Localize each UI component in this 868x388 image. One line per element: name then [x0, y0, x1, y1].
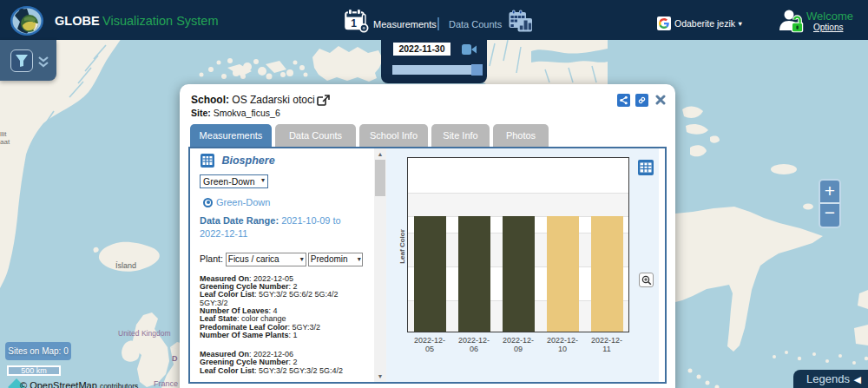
svg-text:1: 1 [351, 17, 357, 30]
